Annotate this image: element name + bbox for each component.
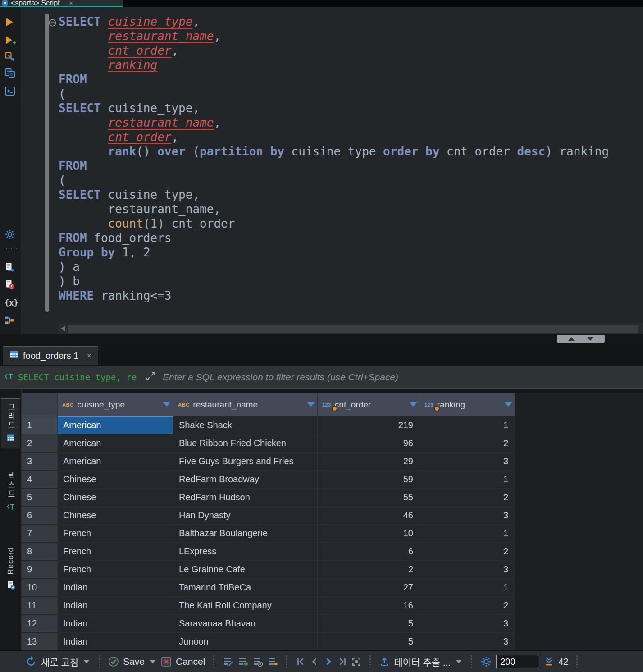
table-cell[interactable]: 3 [420, 561, 515, 579]
code-line[interactable]: restaurant_name, [59, 202, 609, 216]
code-line[interactable]: rank() over (partition by cuisine_type o… [59, 144, 609, 159]
table-cell[interactable]: Han Dynasty [173, 507, 318, 525]
table-cell[interactable]: 1 [420, 579, 515, 597]
table-cell[interactable]: 2 [420, 597, 515, 615]
table-cell[interactable]: American [58, 453, 173, 471]
script-validation-icon[interactable] [5, 279, 15, 290]
table-cell[interactable]: French [58, 543, 173, 561]
code-line[interactable]: SELECT cuisine_type, [59, 14, 609, 29]
close-icon[interactable]: × [87, 351, 91, 361]
code-line[interactable]: restaurant_name, [59, 115, 609, 130]
table-cell[interactable]: 5 [318, 615, 420, 633]
copy-row-button[interactable] [252, 656, 263, 667]
variables-icon[interactable]: {x} [5, 298, 18, 307]
table-cell[interactable]: RedFarm Hudson [173, 489, 318, 507]
column-header-cuisine_type[interactable]: ABCcuisine_type [58, 393, 173, 416]
table-cell[interactable]: 27 [318, 579, 420, 597]
table-cell[interactable]: Tamarind TriBeCa [173, 579, 318, 597]
table-cell[interactable]: Indian [58, 597, 173, 615]
table-cell[interactable]: 1 [420, 525, 515, 543]
table-cell[interactable]: Chinese [58, 471, 173, 489]
filter-dropdown-icon[interactable] [410, 402, 417, 407]
table-cell[interactable]: 59 [318, 471, 420, 489]
code-line[interactable]: ) a [59, 260, 609, 274]
editor-tab[interactable]: <sparta> Script × [0, 0, 123, 7]
table-cell[interactable]: Chinese [58, 489, 173, 507]
table-cell[interactable]: The Kati Roll Company [173, 597, 318, 615]
table-cell[interactable]: Junoon [173, 633, 318, 650]
sql-console-icon[interactable] [5, 86, 15, 96]
save-button[interactable]: Save [108, 656, 145, 667]
next-row-button[interactable] [324, 657, 333, 667]
table-cell[interactable]: 6 [318, 543, 420, 561]
table-cell[interactable]: 2 [420, 543, 515, 561]
row-number-cell[interactable]: 9 [22, 561, 58, 579]
tab-text-view[interactable]: 텍스트 [1, 468, 20, 517]
delete-row-button[interactable] [267, 656, 278, 667]
sql-editor-pane[interactable]: SELECT cuisine_type, restaurant_name, cn… [21, 7, 643, 334]
code-line[interactable]: FROM [59, 72, 609, 87]
table-cell[interactable]: 55 [318, 489, 420, 507]
table-cell[interactable]: 16 [318, 597, 420, 615]
filter-input[interactable]: Enter a SQL expression to filter results… [163, 372, 398, 383]
table-cell[interactable]: 10 [318, 525, 420, 543]
tab-grid-view[interactable]: 그리드 [1, 398, 20, 448]
table-cell[interactable]: 29 [318, 453, 420, 471]
mapping-icon[interactable] [5, 315, 14, 325]
column-header-ranking[interactable]: 123ranking [420, 393, 515, 416]
record-mode-toggle[interactable]: Record [1, 547, 20, 592]
last-row-button[interactable] [337, 657, 347, 667]
execute-new-tab-icon[interactable] [5, 35, 16, 46]
row-number-cell[interactable]: 2 [22, 434, 58, 453]
code-line[interactable]: ) b [59, 274, 609, 288]
close-icon[interactable]: × [69, 0, 73, 7]
filter-sql-preview[interactable]: SELECT cuisine_type, rest [18, 372, 136, 382]
export-result-icon[interactable] [5, 262, 15, 273]
table-cell[interactable]: Indian [58, 579, 173, 597]
code-fold-icon[interactable] [49, 19, 56, 27]
table-cell[interactable]: 219 [318, 416, 420, 434]
code-line[interactable]: FROM food_orders [59, 231, 609, 245]
row-number-cell[interactable]: 6 [22, 507, 58, 525]
row-number-cell[interactable]: 4 [22, 471, 58, 489]
toolbar-overflow-icon[interactable]: ····· [5, 245, 18, 252]
table-cell[interactable]: Indian [58, 633, 173, 650]
focus-cell-button[interactable] [351, 657, 361, 667]
table-cell[interactable]: 46 [318, 507, 420, 525]
scroll-left-icon[interactable] [61, 326, 65, 331]
execute-script-icon[interactable] [5, 68, 15, 78]
row-number-cell[interactable]: 5 [22, 489, 58, 507]
minimize-panel-icon[interactable] [587, 337, 593, 341]
code-line[interactable]: ( [59, 87, 609, 101]
table-cell[interactable]: 96 [318, 434, 420, 453]
table-cell[interactable]: French [58, 561, 173, 579]
table-cell[interactable]: 2 [420, 489, 515, 507]
code-line[interactable]: FROM [59, 159, 609, 173]
dropdown-caret-icon[interactable] [456, 660, 461, 663]
fetch-all-button[interactable] [543, 656, 554, 667]
table-cell[interactable]: Indian [58, 615, 173, 633]
row-number-cell[interactable]: 11 [22, 597, 58, 615]
dropdown-caret-icon[interactable] [150, 660, 155, 663]
table-cell[interactable]: 2 [420, 434, 515, 453]
table-cell[interactable]: 1 [420, 471, 515, 489]
execute-statement-icon[interactable] [5, 17, 14, 27]
code-line[interactable]: ( [59, 173, 609, 187]
table-cell[interactable]: Saravanaa Bhavan [173, 615, 318, 633]
filter-dropdown-icon[interactable] [307, 402, 315, 407]
row-number-cell[interactable]: 1 [22, 416, 58, 434]
maximize-panel-icon[interactable] [568, 337, 575, 341]
fetch-size-input[interactable] [496, 655, 539, 668]
table-cell[interactable]: American [58, 434, 173, 453]
table-cell[interactable]: Balthazar Boulangerie [173, 525, 318, 543]
code-line[interactable]: cnt_order, [59, 43, 609, 58]
table-cell[interactable]: 1 [420, 416, 515, 434]
add-row-button[interactable] [237, 656, 248, 667]
code-line[interactable]: Group by 1, 2 [59, 245, 609, 260]
table-cell[interactable]: American [58, 416, 173, 434]
table-cell[interactable]: 3 [420, 633, 515, 650]
code-line[interactable]: ranking [59, 58, 609, 72]
editor-hscrollbar[interactable] [58, 323, 643, 334]
previous-row-button[interactable] [310, 657, 319, 667]
table-cell[interactable]: 2 [318, 561, 420, 579]
